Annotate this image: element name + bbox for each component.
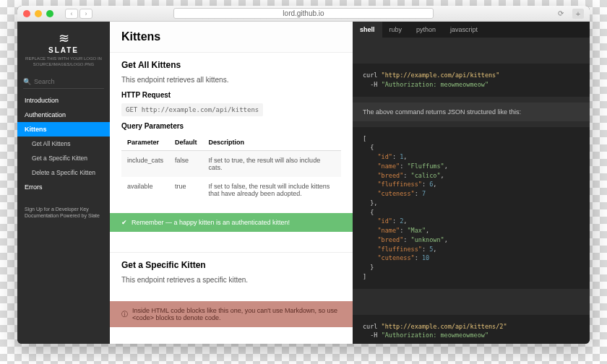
code-note: The above command returns JSON structure…	[353, 103, 590, 121]
section-heading: Get All Kittens	[121, 60, 341, 70]
back-button[interactable]: ‹	[65, 9, 78, 19]
footer-signup[interactable]: Sign Up for a Developer Key	[25, 206, 103, 213]
toc: Introduction Authentication Kittens Get …	[17, 93, 110, 194]
sidebar-footer: Sign Up for a Developer Key Documentatio…	[17, 202, 110, 225]
toc-get-specific-kitten[interactable]: Get a Specific Kitten	[17, 151, 110, 165]
section-desc: This endpoint retrieves all kittens.	[121, 76, 341, 84]
aside-text: Remember — a happy kitten is an authenti…	[132, 219, 290, 226]
brand: ≋ SLATE REPLACE THIS WITH YOUR LOGO IN S…	[17, 22, 110, 74]
aside-text: Inside HTML code blocks like this one, y…	[132, 307, 341, 321]
http-request: GET http://example.com/api/kittens	[121, 103, 263, 116]
sidebar: ≋ SLATE REPLACE THIS WITH YOUR LOGO IN S…	[17, 22, 110, 344]
code-pane[interactable]: shell ruby python javascript curl "http:…	[353, 22, 590, 344]
toc-introduction[interactable]: Introduction	[17, 93, 110, 108]
search-box[interactable]: 🔍	[23, 78, 104, 89]
query-params-label: Query Parameters	[121, 122, 341, 130]
docs-pane[interactable]: Kittens Get All Kittens This endpoint re…	[110, 22, 353, 344]
aside-success: ✔ Remember — a happy kitten is an authen…	[110, 213, 353, 232]
tab-shell[interactable]: shell	[353, 22, 382, 38]
toc-get-all-kittens[interactable]: Get All Kittens	[17, 136, 110, 151]
toc-authentication[interactable]: Authentication	[17, 108, 110, 122]
url-text: lord.github.io	[283, 9, 324, 17]
toc-errors[interactable]: Errors	[17, 180, 110, 194]
th-default: Default	[169, 134, 203, 151]
browser-window: ‹ › lord.github.io ⟳ + ≋ SLATE REPLACE T…	[17, 6, 590, 344]
zoom-icon[interactable]	[46, 10, 53, 17]
search-icon: 🔍	[23, 78, 31, 85]
close-icon[interactable]	[23, 10, 30, 17]
section-heading: Get a Specific Kitten	[121, 260, 341, 270]
minimize-icon[interactable]	[35, 10, 42, 17]
table-row: available true If set to false, the resu…	[121, 177, 341, 203]
section-desc: This endpoint retrieves a specific kitte…	[121, 276, 341, 284]
tab-ruby[interactable]: ruby	[382, 22, 410, 38]
brand-tagline: REPLACE THIS WITH YOUR LOGO IN SOURCE/IM…	[23, 56, 104, 68]
new-tab-button[interactable]: +	[572, 9, 584, 19]
lang-tabs: shell ruby python javascript	[353, 22, 590, 38]
reload-icon[interactable]: ⟳	[558, 9, 564, 17]
th-parameter: Parameter	[121, 134, 169, 151]
code-block-json: [ { "id": 1, "name": "Fluffums", "breed"…	[353, 127, 590, 289]
table-row: include_cats false If set to true, the r…	[121, 151, 341, 178]
toc-delete-specific-kitten[interactable]: Delete a Specific Kitten	[17, 165, 110, 180]
toc-kittens[interactable]: Kittens	[17, 122, 110, 136]
logo-icon: ≋	[23, 32, 104, 45]
th-description: Description	[203, 134, 341, 151]
brand-name: SLATE	[23, 46, 104, 54]
footer-powered[interactable]: Documentation Powered by Slate	[25, 212, 103, 220]
code-block-curl1: curl "http://example.com/api/kittens" -H…	[353, 64, 590, 97]
page-title: Kittens	[110, 22, 353, 53]
tab-javascript[interactable]: javascript	[443, 22, 485, 38]
address-bar[interactable]: lord.github.io	[173, 8, 434, 19]
check-icon: ✔	[121, 219, 127, 226]
tab-python[interactable]: python	[409, 22, 443, 38]
code-block-curl2: curl "http://example.com/api/kittens/2" …	[353, 315, 590, 344]
titlebar: ‹ › lord.github.io ⟳ +	[17, 6, 590, 22]
aside-warning: ⓘ Inside HTML code blocks like this one,…	[110, 301, 353, 327]
forward-button[interactable]: ›	[79, 9, 92, 19]
http-request-label: HTTP Request	[121, 91, 341, 99]
params-table: Parameter Default Description include_ca…	[121, 134, 341, 203]
info-icon: ⓘ	[121, 310, 128, 319]
search-input[interactable]	[34, 78, 99, 85]
